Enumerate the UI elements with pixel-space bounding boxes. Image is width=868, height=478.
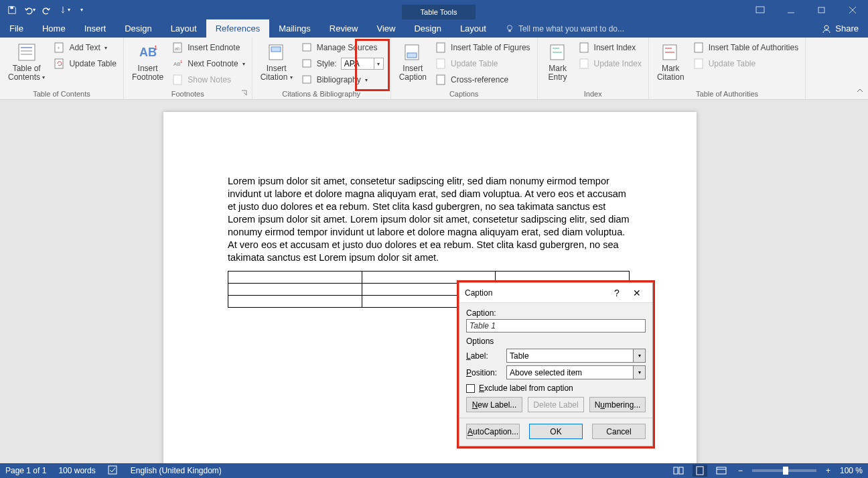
body-paragraph[interactable]: Lorem ipsum dolor sit amet, consetetur s… bbox=[228, 175, 632, 264]
status-language[interactable]: English (United Kingdom) bbox=[131, 466, 222, 475]
next-footnote-icon: AB1 bbox=[173, 58, 184, 69]
bibliography-icon bbox=[302, 74, 313, 85]
zoom-slider-thumb[interactable] bbox=[783, 467, 788, 475]
dialog-titlebar[interactable]: Caption ? ✕ bbox=[459, 283, 652, 303]
new-label-button[interactable]: New Label... bbox=[466, 397, 522, 412]
svg-rect-7 bbox=[508, 29, 511, 32]
add-text-button[interactable]: +Add Text ▾ bbox=[52, 40, 119, 55]
tab-mailings[interactable]: Mailings bbox=[269, 19, 320, 38]
document-area[interactable]: Lorem ipsum dolor sit amet, consetetur s… bbox=[0, 100, 868, 463]
status-page[interactable]: Page 1 of 1 bbox=[5, 466, 46, 475]
footnotes-launcher[interactable] bbox=[241, 89, 249, 97]
next-footnote-button[interactable]: AB1Next Footnote ▾ bbox=[170, 56, 247, 71]
undo-button[interactable]: ▾ bbox=[21, 2, 38, 18]
update-index-button[interactable]: Update Index bbox=[577, 56, 644, 71]
position-combo-input[interactable] bbox=[506, 365, 634, 379]
tab-references[interactable]: References bbox=[206, 19, 269, 38]
svg-rect-30 bbox=[437, 43, 445, 52]
insert-toa-button[interactable]: Insert Table of Authorities bbox=[691, 40, 802, 55]
title-bar: ▾ ▾ ▾ Word Table Tools bbox=[0, 0, 868, 19]
update-table-figures-button[interactable]: Update Table bbox=[433, 56, 533, 71]
update-index-icon bbox=[579, 58, 590, 69]
table-of-contents-button[interactable]: Table of Contents ▾ bbox=[4, 40, 49, 88]
insert-caption-button[interactable]: Insert Caption bbox=[395, 40, 431, 88]
position-combo-dropdown[interactable]: ▾ bbox=[634, 365, 646, 379]
cross-reference-button[interactable]: Cross-reference bbox=[433, 72, 533, 87]
insert-index-button[interactable]: Insert Index bbox=[577, 40, 644, 55]
style-dropdown-button[interactable]: ▾ bbox=[374, 58, 384, 70]
tab-view[interactable]: View bbox=[367, 19, 405, 38]
group-label: Citations & Bibliography bbox=[257, 88, 386, 98]
print-layout-button[interactable] bbox=[693, 465, 707, 477]
status-proofing-icon[interactable] bbox=[108, 465, 119, 477]
update-toa-button[interactable]: Update Table bbox=[691, 56, 802, 71]
dialog-help-button[interactable]: ? bbox=[607, 283, 627, 303]
caption-dialog: Caption ? ✕ Caption: Options Label: ▾ Po… bbox=[459, 282, 653, 446]
read-mode-button[interactable] bbox=[671, 465, 686, 477]
toc-icon bbox=[16, 42, 38, 63]
toa-icon bbox=[694, 42, 705, 53]
svg-rect-25 bbox=[303, 44, 311, 51]
citation-style-select[interactable]: Style: ▾ bbox=[299, 56, 386, 71]
update-toa-icon bbox=[694, 58, 705, 69]
tab-review[interactable]: Review bbox=[320, 19, 368, 38]
tab-design[interactable]: Design bbox=[115, 19, 161, 38]
ok-button[interactable]: OK bbox=[529, 424, 583, 439]
zoom-slider[interactable] bbox=[752, 469, 816, 472]
exclude-label-checkbox[interactable]: Exclude label from caption bbox=[466, 383, 646, 393]
autocaption-button[interactable]: AutoCaption... bbox=[466, 424, 520, 439]
redo-button[interactable] bbox=[39, 2, 55, 18]
touch-mode-button[interactable]: ▾ bbox=[56, 2, 72, 18]
status-words[interactable]: 100 words bbox=[58, 466, 95, 475]
svg-rect-31 bbox=[437, 59, 445, 68]
minimize-button[interactable] bbox=[776, 0, 806, 19]
tab-file[interactable]: File bbox=[0, 19, 33, 38]
checkbox-icon[interactable] bbox=[466, 384, 475, 393]
svg-point-8 bbox=[824, 25, 828, 29]
collapse-ribbon-button[interactable] bbox=[856, 86, 864, 97]
qat-customize-button[interactable]: ▾ bbox=[74, 2, 90, 18]
update-toc-button[interactable]: Update Table bbox=[52, 56, 119, 71]
zoom-out-button[interactable]: − bbox=[735, 466, 745, 475]
caption-input[interactable] bbox=[466, 319, 646, 333]
style-value-input[interactable] bbox=[341, 58, 374, 70]
dialog-close-button[interactable]: ✕ bbox=[627, 283, 647, 303]
dialog-title: Caption bbox=[465, 288, 607, 298]
bibliography-button[interactable]: Bibliography ▾ bbox=[299, 72, 386, 87]
group-toc: Table of Contents ▾ +Add Text ▾ Update T… bbox=[0, 38, 124, 99]
insert-citation-button[interactable]: Insert Citation ▾ bbox=[257, 40, 297, 88]
ribbon-display-options-button[interactable] bbox=[745, 0, 776, 19]
manage-sources-button[interactable]: Manage Sources bbox=[299, 40, 386, 55]
label-combo-dropdown[interactable]: ▾ bbox=[634, 349, 646, 363]
zoom-level[interactable]: 100 % bbox=[840, 466, 863, 475]
maximize-button[interactable] bbox=[806, 0, 837, 19]
insert-endnote-button[interactable]: abInsert Endnote bbox=[170, 40, 247, 55]
save-button[interactable] bbox=[4, 2, 20, 18]
insert-footnote-button[interactable]: AB1 Insert Footnote bbox=[128, 40, 167, 88]
svg-point-6 bbox=[507, 25, 512, 29]
svg-text:1: 1 bbox=[154, 44, 157, 51]
share-button[interactable]: Share bbox=[812, 19, 868, 38]
tell-me-search[interactable]: Tell me what you want to do... bbox=[496, 19, 624, 38]
svg-rect-41 bbox=[679, 467, 683, 474]
svg-text:ab: ab bbox=[175, 46, 180, 51]
close-button[interactable] bbox=[837, 0, 868, 19]
group-label: Table of Authorities bbox=[653, 88, 801, 98]
mark-entry-button[interactable]: Mark Entry bbox=[542, 40, 574, 88]
show-notes-button[interactable]: Show Notes bbox=[170, 72, 247, 87]
svg-rect-37 bbox=[695, 43, 703, 52]
group-label: Footnotes bbox=[128, 88, 248, 98]
tab-table-design[interactable]: Design bbox=[405, 19, 450, 38]
zoom-in-button[interactable]: + bbox=[823, 466, 833, 475]
numbering-button[interactable]: Numbering... bbox=[589, 397, 646, 412]
tab-insert[interactable]: Insert bbox=[75, 19, 116, 38]
label-combo-input[interactable] bbox=[506, 349, 634, 363]
insert-table-of-figures-button[interactable]: Insert Table of Figures bbox=[433, 40, 533, 55]
cancel-button[interactable]: Cancel bbox=[592, 424, 646, 439]
group-captions: Insert Caption Insert Table of Figures U… bbox=[391, 38, 538, 99]
tab-home[interactable]: Home bbox=[33, 19, 75, 38]
tab-table-layout[interactable]: Layout bbox=[451, 19, 496, 38]
tab-layout[interactable]: Layout bbox=[161, 19, 206, 38]
web-layout-button[interactable] bbox=[714, 465, 729, 477]
mark-citation-button[interactable]: Mark Citation bbox=[653, 40, 689, 88]
